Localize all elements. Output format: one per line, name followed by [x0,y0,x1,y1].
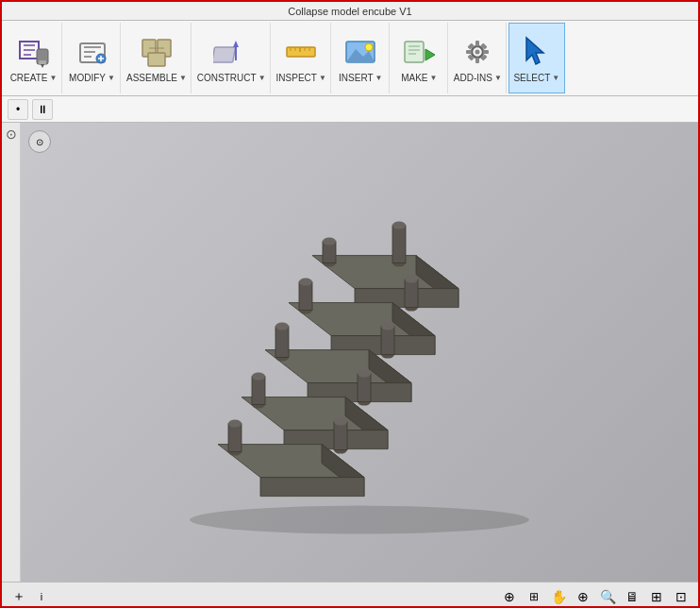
secondary-toolbar: • ⏸ [2,96,698,123]
left-sidebar: ⊙ [2,123,21,582]
svg-point-67 [275,323,289,330]
zoom-icon[interactable]: 🔍 [598,587,617,606]
svg-rect-27 [405,42,424,62]
assemble-icon [138,33,175,71]
viewport[interactable]: ⊙ [21,123,698,582]
svg-point-58 [299,279,312,286]
construct-dropdown-arrow: ▼ [258,74,266,82]
svg-rect-78 [358,374,371,402]
toolbar-modify[interactable]: MODIFY ▼ [64,23,121,93]
svg-point-43 [190,506,529,534]
status-plus-icon[interactable]: ＋ [9,587,28,606]
move-icon[interactable]: ⊕ [500,587,519,606]
title-text: Collapse model encube V1 [288,6,411,17]
svg-rect-35 [475,58,479,63]
status-bar: ＋ i ⊕ ⊞ ✋ ⊕ 🔍 🖥 ⊞ ⊡ [2,582,698,608]
svg-rect-66 [275,327,289,358]
toolbar-insert[interactable]: INSERT ▼ [333,23,390,93]
svg-rect-37 [483,50,489,54]
status-info-icon[interactable]: i [32,587,51,606]
svg-marker-6 [41,64,44,68]
make-icon [400,33,438,71]
svg-rect-75 [252,377,265,405]
svg-point-70 [381,323,394,330]
select-label: SELECT ▼ [513,73,559,83]
insert-icon [342,33,379,71]
inspect-label: INSPECT ▼ [276,73,326,83]
addins-dropdown-arrow: ▼ [494,74,502,82]
svg-rect-15 [213,47,236,62]
display-icon[interactable]: ⊡ [672,587,691,606]
svg-point-61 [405,276,418,283]
addins-icon [458,33,496,71]
pan-icon[interactable]: ✋ [549,587,568,606]
select-dropdown-arrow: ▼ [552,74,559,82]
toolbar-addins[interactable]: ADD-INS ▼ [450,23,507,93]
svg-point-79 [358,370,371,378]
bullet-btn[interactable]: • [8,99,28,120]
svg-marker-82 [260,478,364,497]
svg-point-33 [475,50,480,55]
svg-rect-36 [466,50,472,54]
toolbar-create[interactable]: CREATE ▼ [6,23,62,93]
svg-marker-17 [233,41,239,47]
create-dropdown-arrow: ▼ [49,74,57,82]
svg-rect-57 [299,282,312,311]
view-icon[interactable]: 🖥 [623,587,642,606]
svg-point-26 [365,43,373,51]
sidebar-eye-icon[interactable]: ⊙ [6,127,17,142]
modify-dropdown-arrow: ▼ [108,74,115,82]
orbit-icon[interactable]: ⊕ [574,587,592,606]
insert-label: INSERT ▼ [339,73,382,83]
svg-rect-60 [405,279,418,308]
create-label: CREATE ▼ [10,73,58,83]
addins-label: ADD-INS ▼ [454,73,502,83]
insert-dropdown-arrow: ▼ [375,74,383,82]
inspect-dropdown-arrow: ▼ [319,74,326,82]
modify-icon [74,33,111,71]
toolbar-assemble[interactable]: ASSEMBLE ▼ [123,23,192,93]
svg-point-88 [334,418,347,426]
svg-point-49 [323,238,336,245]
title-bar: Collapse model encube V1 [2,2,698,21]
svg-marker-42 [526,38,543,64]
assemble-dropdown-arrow: ▼ [179,74,187,82]
grid-icon[interactable]: ⊞ [647,587,666,606]
construct-label: CONSTRUCT ▼ [197,73,266,83]
svg-point-76 [252,373,265,380]
construct-icon [212,33,250,71]
make-label: MAKE ▼ [401,73,437,83]
pause-btn[interactable]: ⏸ [32,99,53,120]
svg-rect-13 [148,53,165,66]
create-icon [15,33,53,71]
toolbar-select[interactable]: SELECT ▼ [508,23,565,93]
nav-cube[interactable]: ⊙ [28,130,51,153]
svg-point-85 [228,420,242,428]
modify-label: MODIFY ▼ [69,73,115,83]
svg-rect-69 [381,327,394,355]
status-left: ＋ i [9,587,51,606]
make-dropdown-arrow: ▼ [430,74,438,82]
toolbar-inspect[interactable]: INSPECT ▼ [273,23,331,93]
svg-point-52 [392,222,406,229]
assemble-label: ASSEMBLE ▼ [126,73,187,83]
main-toolbar: CREATE ▼ MODIFY ▼ [2,21,698,96]
svg-rect-5 [39,60,46,64]
toolbar-construct[interactable]: CONSTRUCT ▼ [193,23,271,93]
status-right: ⊕ ⊞ ✋ ⊕ 🔍 🖥 ⊞ ⊡ [500,587,691,606]
snap-icon[interactable]: ⊞ [525,587,543,606]
inspect-icon [282,33,320,71]
svg-marker-31 [425,49,435,60]
toolbar-make[interactable]: MAKE ▼ [392,23,448,93]
3d-model [124,180,595,539]
select-icon [518,33,556,71]
svg-rect-34 [475,41,479,46]
svg-rect-51 [392,226,406,263]
main-area: ⊙ ⊙ [2,123,698,582]
svg-rect-84 [228,424,242,452]
svg-rect-87 [334,422,347,450]
